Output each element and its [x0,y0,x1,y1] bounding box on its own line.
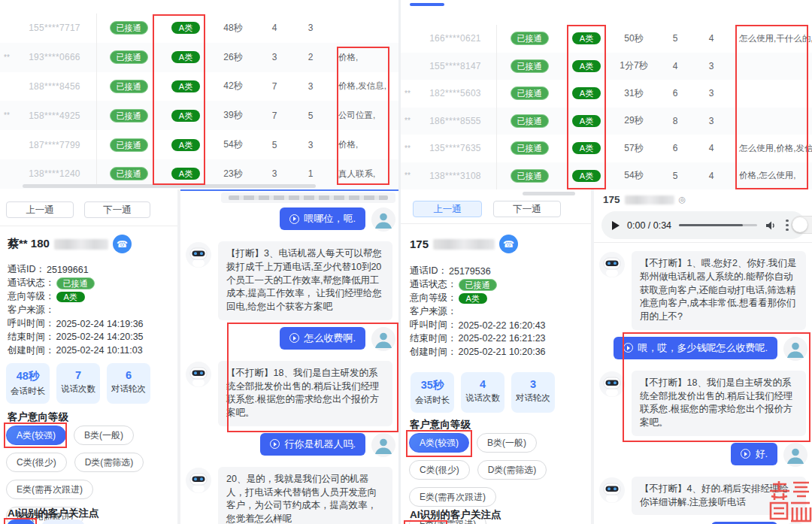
intent-pill-label: E类(需再次跟进) [17,483,83,496]
intent-pill[interactable]: E类(需再次跟进) [409,487,496,507]
panel-divider [398,0,401,524]
stat-label: 会话时长 [411,395,454,406]
row-duration: 26秒 [210,51,256,64]
next-call-button[interactable]: 下一通 [84,201,150,218]
field-value: A类 [459,293,487,304]
prev-call-button[interactable]: 上一通 [413,201,482,217]
horizontal-scrollbar[interactable] [523,192,575,195]
status-badge: 已接通 [511,169,549,183]
focus-pill[interactable] [41,519,85,524]
row-talk-count: 4 [657,61,693,71]
field-value: 2025-02-24 10:11:03 [56,345,143,356]
message-bubble[interactable]: 喂，哎，多少钱呢怎么收费呢. [614,337,777,359]
seek-bar[interactable] [679,224,757,226]
table-row[interactable]: ** 138****3108 已接通 A类 54秒 5 4 价格,怎么使用, [401,162,812,190]
row-talk-count: 5 [256,140,292,150]
intent-pill[interactable]: C类(很少) [409,460,470,480]
intent-pill[interactable]: B类(一般) [74,426,134,445]
chat-message: 【不打断】18、我们是自主研发的系统全部批发价出售的.稍后让我们经理联系您.根据… [598,371,807,436]
field-label: 通话ID： [410,265,447,277]
next-call-button[interactable]: 下一通 [493,201,561,217]
speaker-icon[interactable] [765,220,777,232]
field-label: 意向等级： [8,290,55,303]
play-segment-icon[interactable] [289,214,299,224]
phone-icon[interactable]: ☎ [499,235,518,253]
table-row[interactable]: 166****0621 已接通 A类 50秒 5 4 怎么使用,干什么的, [401,25,812,53]
message-bubble[interactable]: 20、是的，我就是我们公司的机器人，打电话来代替销售人员开发意向客户，为公司节约… [218,467,392,524]
player-menu-icon[interactable] [784,218,790,233]
row-duration: 57秒 [611,142,657,155]
message-bubble[interactable]: 怎么收费啊. [280,327,365,350]
message-text: 【不打断】1、喂.您好2、你好.我们是郑州做电话机器人系统的.能帮你自动获取意向… [640,258,796,322]
phone-icon[interactable]: ☎ [113,235,132,253]
table-row[interactable]: 187****7799 已接通 A类 54秒 5 3 价格, [0,130,398,159]
table-row[interactable]: ** 158****4925 已接通 A类 39秒 7 5 公司位置, [0,101,398,130]
row-phone: 155****8147 [414,61,496,71]
table-row[interactable]: 155****7717 已接通 A类 48秒 4 3 [0,14,398,43]
row-duration: 1分7秒 [611,59,657,72]
robot-avatar [185,467,212,497]
intent-pill[interactable]: A类(较强) [6,426,66,445]
table-row[interactable]: ** 193****0666 已接通 A类 26秒 3 2 价格, [0,43,398,72]
play-button[interactable] [612,221,620,230]
row-customer-name: ** [401,144,414,153]
intent-pill[interactable]: B类(一般) [477,433,537,453]
chat-message: 【打断】3、电话机器人每天可以帮您拨打成千上万通电话,至少代替10到20个员工一… [185,241,395,320]
row-round-count: 5 [292,111,329,121]
intent-pill[interactable]: E类(需再次跟进) [6,480,93,499]
status-badge: 已接通 [511,59,549,73]
translate-toggle[interactable]: ˅ [791,216,812,234]
table-row[interactable]: ** 182****5603 已接通 A类 31秒 6 3 [401,80,812,108]
prev-call-button[interactable]: 上一通 [6,201,74,218]
table-row[interactable]: ** 135****7635 已接通 A类 57秒 6 4 怎么使用,价格,发信… [401,135,812,162]
play-segment-icon[interactable] [741,449,750,459]
row-phone: 182****5603 [414,88,496,98]
table-row[interactable]: 188****8456 已接通 A类 42秒 7 3 价格,发信息, [0,72,398,101]
row-talk-count: 5 [657,171,693,181]
message-bubble[interactable]: 喂哪位，呃. [280,207,365,230]
stat-box: 7 说话次数 [56,363,100,404]
intent-pill[interactable]: D类(需筛选) [477,460,547,480]
focus-pill[interactable] [7,519,35,524]
message-bubble[interactable]: 【不打断】18、我们是自主研发的系统全部批发价出售的.稍后让我们经理联系您.根据… [218,361,392,426]
detail-field: 结束时间： 2025-02-22 16:21:23 [410,332,546,345]
message-bubble[interactable]: 行你是机器人吗. [260,433,365,456]
status-badge: 已接通 [110,80,148,93]
stat-box: 4 说话次数 [461,372,504,413]
field-value: 2025-02-22 16:20:43 [459,320,546,331]
user-avatar [371,433,395,460]
play-segment-icon[interactable] [289,333,299,343]
stat-label: 对话轮次 [511,392,555,404]
row-duration: 54秒 [210,138,256,151]
message-bubble[interactable]: 【不打断】18、我们是自主研发的系统全部批发价出售的.稍后让我们经理联系您.根据… [632,371,806,436]
toggle-knob [792,217,807,232]
stat-value: 7 [56,369,100,381]
chat-message: 好. [598,443,807,470]
message-text: 【打断】3、电话机器人每天可以帮您拨打成千上万通电话,至少代替10到20个员工一… [226,248,382,312]
table-row[interactable]: 155****8147 已接通 A类 1分7秒 4 3 [401,53,812,80]
horizontal-scrollbar[interactable] [23,184,316,188]
row-duration: 31秒 [611,87,657,100]
play-segment-icon[interactable] [270,439,280,449]
field-value: 2025-02-24 14:19:36 [56,319,144,329]
status-badge: 已接通 [110,109,148,123]
field-label: 结束时间： [410,332,457,345]
row-round-count: 3 [693,88,729,98]
robot-avatar [598,477,626,507]
message-bubble[interactable]: 【不打断】1、喂.您好2、你好.我们是郑州做电话机器人系统的.能帮你自动获取意向… [632,251,806,330]
intent-pill[interactable]: D类(需筛选) [74,453,144,472]
play-segment-icon[interactable] [623,343,633,353]
call-table-right: 166****0621 已接通 A类 50秒 5 4 怎么使用,干什么的, 15… [401,25,812,189]
field-value: 2025-02-24 14:20:35 [56,332,144,342]
row-round-count: 3 [292,140,329,150]
message-bubble[interactable]: 【打断】3、电话机器人每天可以帮您拨打成千上万通电话,至少代替10到20个员工一… [218,241,392,320]
intent-pill[interactable]: A类(较强) [409,433,469,453]
detail-field: 创建时间： 2025-02-21 10:20:36 [410,345,546,359]
chat-transcript-left: 喂哪位，呃. 【打断】3、电话机器人每天可以帮您拨打成千上万通电话,至少代替10… [180,207,400,524]
row-talk-count: 8 [657,116,693,126]
message-bubble[interactable]: 好. [731,443,777,465]
intent-pill[interactable]: C类(很少) [6,453,67,472]
stat-value: 35秒 [411,378,454,392]
row-round-count: 3 [693,61,729,71]
table-row[interactable]: ** 186****8555 已接通 A类 29秒 8 3 [401,108,812,135]
